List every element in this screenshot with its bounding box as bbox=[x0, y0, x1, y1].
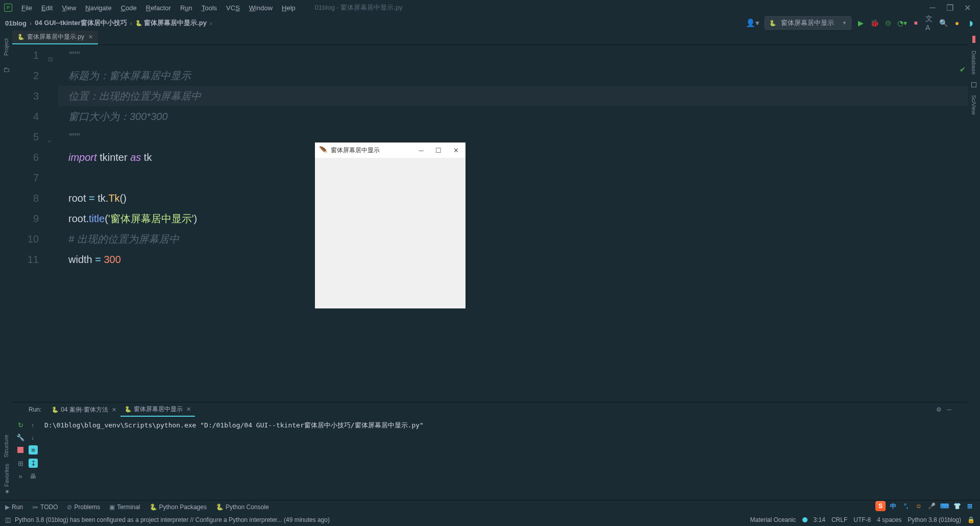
close-icon[interactable]: ✕ bbox=[964, 4, 971, 11]
user-dropdown-icon[interactable]: 👤▾ bbox=[746, 18, 760, 28]
code-content[interactable]: """ 标题为：窗体屏幕居中显示 位置：出现的位置为屏幕居中 窗口大小为：300… bbox=[58, 45, 968, 402]
close-tab-icon[interactable]: ✕ bbox=[112, 407, 116, 413]
status-message[interactable]: Python 3.8 (01blog) has been configured … bbox=[15, 516, 330, 523]
fold-gutter: ⊟ ⌐ bbox=[48, 45, 58, 402]
python-icon: 🐍 bbox=[52, 407, 59, 413]
ime-toolbar[interactable]: S 中 °, ☺ 🎤 ⌨ 👕 ⊞ bbox=[875, 500, 975, 512]
ime-skin-icon[interactable]: 👕 bbox=[952, 501, 962, 511]
menu-bar: File Edit View Navigate Code Refactor Ru… bbox=[17, 2, 300, 14]
theme-indicator[interactable]: Material Oceanic bbox=[750, 516, 796, 523]
indent-setting[interactable]: 4 spaces bbox=[877, 516, 901, 523]
cursor-position[interactable]: 3:14 bbox=[814, 516, 825, 523]
menu-run[interactable]: Run bbox=[176, 2, 197, 14]
window-controls: ─ ❐ ✕ bbox=[929, 4, 976, 11]
ime-lang-icon[interactable]: 中 bbox=[888, 501, 898, 511]
layout-icon[interactable]: ⊞ bbox=[16, 459, 24, 467]
fold-end-icon[interactable]: ⌐ bbox=[48, 131, 52, 151]
code-editor[interactable]: 12 34 56 78 910 11 ⊟ ⌐ """ 标题为：窗体屏幕居中显示 … bbox=[12, 45, 968, 402]
menu-tools[interactable]: Tools bbox=[198, 2, 221, 14]
stop-icon[interactable] bbox=[16, 446, 24, 454]
up-icon[interactable]: ↑ bbox=[29, 421, 37, 429]
close-tab-icon[interactable]: ✕ bbox=[88, 34, 93, 40]
sync-icon[interactable]: ● bbox=[953, 19, 961, 27]
problems-tool-button[interactable]: ⊘Problems bbox=[67, 504, 100, 511]
ime-emoji-icon[interactable]: ☺ bbox=[914, 501, 924, 511]
status-bar-toggle-icon[interactable]: ◫ bbox=[5, 516, 11, 523]
breadcrumb-file[interactable]: 🐍窗体屏幕居中显示.py bbox=[135, 18, 207, 28]
run-panel: Run: 🐍 04 案例-窗体方法 ✕ 🐍 窗体屏幕居中显示 ✕ ⚙ ─ bbox=[12, 402, 968, 500]
left-tool-gutter: Project 🗀 bbox=[0, 31, 12, 500]
profile-icon[interactable]: ◔▾ bbox=[898, 19, 906, 27]
run-icon[interactable]: ▶ bbox=[856, 19, 865, 27]
tk-maximize-icon[interactable]: ☐ bbox=[435, 147, 442, 154]
coverage-icon[interactable]: ⊙ bbox=[884, 19, 892, 27]
tk-close-icon[interactable]: ✕ bbox=[452, 147, 459, 154]
wrench-icon[interactable]: 🔧 bbox=[16, 433, 24, 441]
ime-voice-icon[interactable]: 🎤 bbox=[926, 501, 937, 511]
lock-icon[interactable]: 🔒 bbox=[967, 516, 975, 523]
python-console-tool-button[interactable]: 🐍Python Console bbox=[216, 504, 269, 511]
rerun-icon[interactable]: ↻ bbox=[16, 421, 24, 429]
menu-window[interactable]: Window bbox=[245, 2, 277, 14]
ime-punct-icon[interactable]: °, bbox=[901, 501, 911, 511]
python-packages-tool-button[interactable]: 🐍Python Packages bbox=[150, 504, 207, 511]
folder-icon[interactable]: 🗀 bbox=[3, 66, 10, 74]
database-tool-button[interactable]: Database bbox=[971, 48, 977, 77]
stop-icon[interactable]: ■ bbox=[912, 19, 920, 27]
menu-navigate[interactable]: Navigate bbox=[81, 2, 115, 14]
run-tool-button[interactable]: ▶Run bbox=[5, 504, 23, 511]
database-icon[interactable] bbox=[971, 82, 976, 87]
close-tab-icon[interactable]: ✕ bbox=[186, 406, 191, 413]
file-encoding[interactable]: UTF-8 bbox=[853, 516, 871, 523]
avatar-icon[interactable]: ◗ bbox=[967, 19, 975, 27]
ime-toolbox-icon[interactable]: ⊞ bbox=[965, 501, 975, 511]
project-tool-button[interactable]: Project bbox=[3, 36, 9, 58]
tkinter-app-window[interactable]: 🪶 窗体屏幕居中显示 ─ ☐ ✕ bbox=[315, 142, 465, 308]
interpreter-indicator[interactable]: Python 3.8 (01blog) bbox=[908, 516, 961, 523]
run-tab-active[interactable]: 🐍 窗体屏幕居中显示 ✕ bbox=[120, 403, 195, 417]
maximize-icon[interactable]: ❐ bbox=[946, 4, 953, 11]
search-icon[interactable]: 🔍 bbox=[939, 19, 947, 27]
fold-toggle-icon[interactable]: ⊟ bbox=[48, 49, 53, 69]
menu-help[interactable]: Help bbox=[278, 2, 300, 14]
window-title: 01blog - 窗体屏幕居中显示.py bbox=[315, 3, 403, 12]
ime-keyboard-icon[interactable]: ⌨ bbox=[939, 501, 949, 511]
todo-tool-button[interactable]: ≔TODO bbox=[32, 504, 58, 511]
tkinter-titlebar[interactable]: 🪶 窗体屏幕居中显示 ─ ☐ ✕ bbox=[315, 142, 465, 158]
translate-icon[interactable]: 文A bbox=[925, 19, 934, 27]
tk-minimize-icon[interactable]: ─ bbox=[418, 147, 425, 154]
run-config-name: 窗体屏幕居中显示 bbox=[781, 18, 834, 28]
down-icon[interactable]: ↓ bbox=[29, 433, 37, 441]
menu-edit[interactable]: Edit bbox=[37, 2, 57, 14]
menu-refactor[interactable]: Refactor bbox=[142, 2, 175, 14]
print-icon[interactable]: 🖶 bbox=[29, 472, 37, 480]
breadcrumb-project[interactable]: 01blog bbox=[5, 19, 27, 27]
menu-code[interactable]: Code bbox=[117, 2, 141, 14]
settings-icon[interactable]: ⚙ bbox=[936, 406, 942, 413]
run-panel-title: Run: bbox=[29, 406, 41, 413]
more-icon[interactable]: » bbox=[16, 472, 24, 480]
favorites-tool-button[interactable]: ★ Favorites bbox=[3, 464, 10, 495]
soft-wrap-icon[interactable]: ≡ bbox=[29, 445, 38, 455]
menu-file[interactable]: File bbox=[17, 2, 36, 14]
minimize-icon[interactable]: ─ bbox=[929, 4, 936, 11]
debug-icon[interactable]: 🐞 bbox=[870, 19, 878, 27]
line-separator[interactable]: CRLF bbox=[831, 516, 847, 523]
menu-view[interactable]: View bbox=[58, 2, 80, 14]
python-file-icon: 🐍 bbox=[17, 34, 24, 40]
inspection-ok-icon[interactable]: ✔ bbox=[960, 65, 966, 74]
run-console-output[interactable]: D:\01blog\blog_venv\Scripts\python.exe "… bbox=[40, 417, 968, 500]
tkinter-window-body[interactable] bbox=[315, 158, 465, 308]
breadcrumb-folder[interactable]: 04 GUI--tkinter窗体居中小技巧 bbox=[35, 18, 127, 28]
terminal-tool-button[interactable]: ▣Terminal bbox=[109, 504, 140, 511]
structure-tool-button[interactable]: Structure bbox=[3, 435, 9, 458]
menu-vcs[interactable]: VCS bbox=[222, 2, 244, 14]
scroll-end-icon[interactable]: ↧ bbox=[29, 459, 38, 468]
minimize-panel-icon[interactable]: ─ bbox=[947, 406, 951, 413]
run-configuration-selector[interactable]: 🐍 窗体屏幕居中显示 ▼ bbox=[765, 16, 851, 30]
sciview-tool-button[interactable]: SciView bbox=[971, 92, 977, 117]
editor-tab-active[interactable]: 🐍 窗体屏幕居中显示.py ✕ bbox=[12, 31, 98, 44]
sogou-ime-icon[interactable]: S bbox=[875, 501, 886, 511]
error-stripe-indicator[interactable] bbox=[972, 36, 975, 43]
run-tab[interactable]: 🐍 04 案例-窗体方法 ✕ bbox=[47, 403, 120, 416]
